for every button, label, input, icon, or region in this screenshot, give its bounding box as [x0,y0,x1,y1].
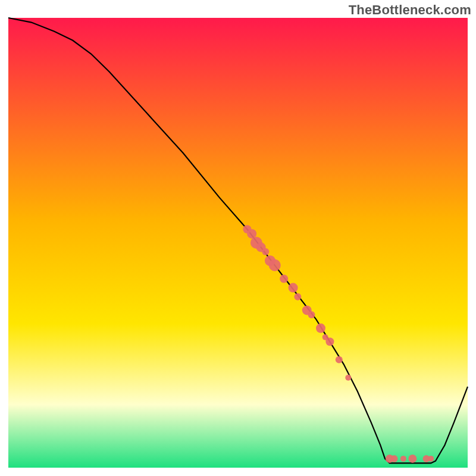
data-point [280,275,288,283]
data-point [400,456,406,462]
data-point [294,293,301,300]
data-point [345,375,351,381]
data-point [325,337,334,346]
gradient-background [8,18,468,468]
data-point [308,311,315,318]
data-point [316,324,325,333]
chart-container: TheBottleneck.com [0,0,476,476]
plot-area [8,18,468,468]
data-point [408,455,416,463]
data-point [336,356,343,364]
data-point [269,259,281,271]
data-point [428,456,434,462]
watermark-text: TheBottleneck.com [349,2,471,18]
data-point [262,248,269,255]
chart-svg [0,0,476,476]
data-point [391,455,398,462]
data-point [289,283,298,293]
